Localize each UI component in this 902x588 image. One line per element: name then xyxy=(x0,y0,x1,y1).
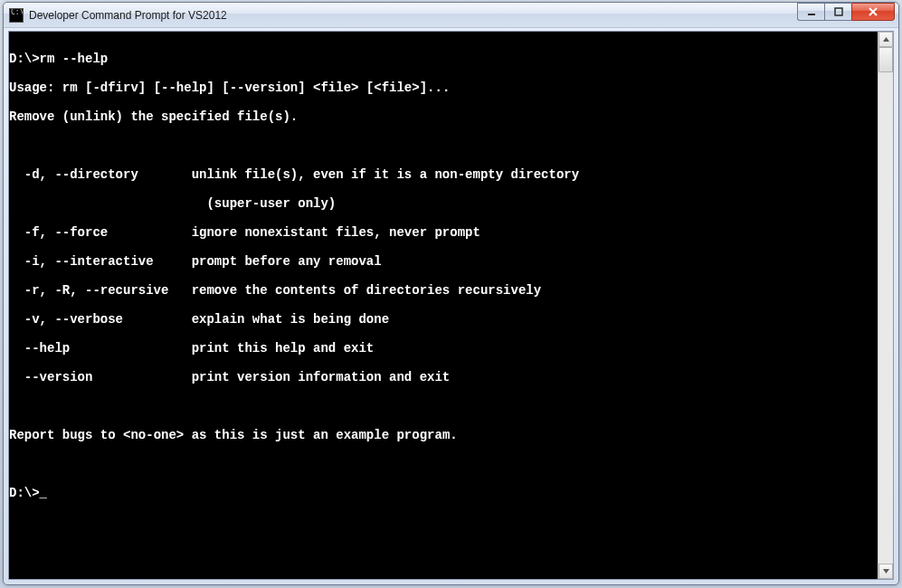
svg-rect-0 xyxy=(808,14,815,15)
scroll-up-button[interactable] xyxy=(878,32,893,47)
option-flag: -v, --verbose xyxy=(9,312,192,327)
svg-rect-1 xyxy=(835,8,842,15)
titlebar[interactable]: C:\ Developer Command Prompt for VS2012 xyxy=(4,3,898,28)
scroll-down-button[interactable] xyxy=(878,564,893,579)
close-button[interactable] xyxy=(851,3,895,21)
option-flag: -f, --force xyxy=(9,225,192,240)
description-line: Remove (unlink) the specified file(s). xyxy=(9,109,878,124)
option-desc: explain what is being done xyxy=(192,312,878,327)
terminal-output[interactable]: D:\>rm --help Usage: rm [-dfirv] [--help… xyxy=(9,32,878,579)
window-controls xyxy=(797,3,898,27)
option-desc: remove the contents of directories recur… xyxy=(192,283,878,298)
scroll-track[interactable] xyxy=(878,47,893,564)
scroll-thumb[interactable] xyxy=(878,47,893,72)
client-area: D:\>rm --help Usage: rm [-dfirv] [--help… xyxy=(8,31,894,580)
option-flag: -d, --directory xyxy=(9,167,192,182)
option-desc: prompt before any removal xyxy=(192,254,878,269)
option-flag: -i, --interactive xyxy=(9,254,192,269)
cursor xyxy=(40,486,47,500)
maximize-button[interactable] xyxy=(824,3,851,21)
option-desc: print this help and exit xyxy=(192,341,878,356)
option-desc: print version information and exit xyxy=(192,370,878,384)
prompt: D:\> xyxy=(9,486,40,500)
usage-line: Usage: rm [-dfirv] [--help] [--version] … xyxy=(9,81,878,95)
option-flag: --version xyxy=(9,370,192,384)
option-flag: --help xyxy=(9,341,192,356)
entered-command: rm --help xyxy=(40,52,109,66)
option-desc: ignore nonexistant files, never prompt xyxy=(192,225,878,240)
minimize-button[interactable] xyxy=(797,3,824,21)
footer-line: Report bugs to <no-one> as this is just … xyxy=(9,428,878,442)
vertical-scrollbar[interactable] xyxy=(878,32,893,579)
prompt: D:\> xyxy=(9,52,40,66)
window-frame: C:\ Developer Command Prompt for VS2012 … xyxy=(3,2,899,585)
cmd-icon: C:\ xyxy=(9,8,24,23)
option-desc: unlink file(s), even if it is a non-empt… xyxy=(192,167,878,182)
option-flag: -r, -R, --recursive xyxy=(9,283,192,298)
window-title: Developer Command Prompt for VS2012 xyxy=(29,9,797,22)
option-desc-cont: (super-user only) xyxy=(9,196,878,211)
